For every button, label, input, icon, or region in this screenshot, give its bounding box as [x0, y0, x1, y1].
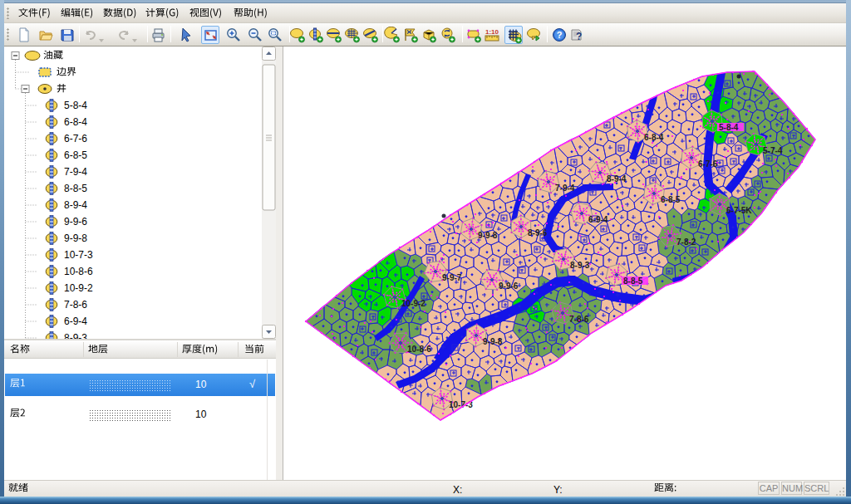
svg-text:6-7-5K: 6-7-5K [726, 206, 752, 215]
svg-text:6-9-4: 6-9-4 [588, 215, 608, 224]
svg-text:8-9-6: 8-9-6 [528, 228, 548, 237]
svg-text:5-8-4: 5-8-4 [719, 123, 739, 132]
svg-text:9-9-6: 9-9-6 [499, 281, 519, 291]
svg-text:9-9-8: 9-9-8 [483, 337, 503, 346]
svg-text:6-8-5: 6-8-5 [661, 195, 681, 204]
svg-text:1:10: 1:10 [485, 28, 499, 36]
svg-text:8-8-5: 8-8-5 [623, 276, 643, 286]
svg-text:?: ? [557, 30, 563, 40]
svg-text:8-9-3: 8-9-3 [570, 261, 590, 270]
svg-text:?: ? [576, 31, 582, 42]
svg-text:8-9-4: 8-9-4 [607, 174, 627, 183]
svg-text:5-7-4: 5-7-4 [763, 146, 783, 155]
svg-text:9-9-7: 9-9-7 [442, 273, 462, 282]
svg-text:9-9-8: 9-9-8 [478, 231, 498, 240]
svg-text:7-9-4: 7-9-4 [555, 183, 575, 193]
svg-text:7-8-2: 7-8-2 [676, 237, 696, 247]
svg-text:7-8-6: 7-8-6 [569, 315, 589, 324]
svg-text:10-8-6: 10-8-6 [407, 345, 431, 354]
svg-text:6-8-4: 6-8-4 [644, 133, 664, 142]
svg-text:10-9-2: 10-9-2 [401, 299, 426, 308]
svg-text:6-7-6: 6-7-6 [698, 159, 718, 169]
